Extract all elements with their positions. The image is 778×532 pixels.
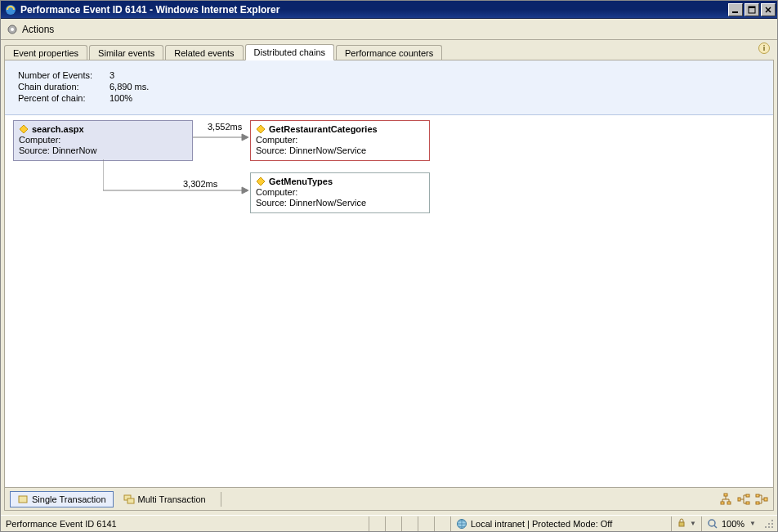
status-spacer [418, 516, 434, 531]
status-spacer [401, 516, 418, 531]
svg-rect-14 [19, 496, 27, 503]
multi-transaction-button[interactable]: Multi Transaction [117, 492, 212, 507]
svg-marker-8 [20, 125, 28, 133]
zoom-value: 100% [722, 519, 744, 529]
svg-rect-17 [724, 494, 727, 496]
svg-marker-12 [242, 134, 248, 141]
single-transaction-label: Single Transaction [32, 494, 106, 504]
node-source-label: Source: [256, 145, 287, 155]
status-zone-text: Local intranet | Protected Mode: Off [471, 519, 612, 529]
svg-marker-10 [257, 177, 265, 186]
node-computer-label: Computer: [256, 187, 297, 197]
svg-rect-16 [127, 498, 134, 503]
node-source-label: Source: [19, 145, 50, 155]
actions-label[interactable]: Actions [22, 24, 54, 35]
ie-icon [4, 3, 17, 16]
globe-icon [456, 518, 467, 530]
svg-point-28 [709, 520, 715, 526]
svg-rect-25 [764, 498, 767, 501]
tab-event-properties[interactable]: Event properties [4, 45, 87, 60]
svg-rect-23 [756, 494, 759, 497]
svg-marker-13 [242, 187, 248, 194]
summary-percent-value: 100% [110, 93, 132, 103]
dropdown-icon: ▼ [749, 520, 756, 527]
svg-point-5 [11, 28, 14, 31]
status-zoom[interactable]: 100% ▼ [701, 516, 761, 531]
chain-summary: Number of Events: 3 Chain duration: 6,89… [5, 60, 773, 115]
tree-layout-icon-1[interactable] [719, 493, 732, 506]
multi-transaction-label: Multi Transaction [138, 494, 206, 504]
tab-similar-events[interactable]: Similar events [89, 45, 163, 60]
resize-grip[interactable] [761, 516, 777, 531]
diagram-toolbar: Single Transaction Multi Transaction [5, 487, 773, 510]
svg-rect-27 [679, 522, 684, 526]
status-text: Performance Event ID 6141 [1, 516, 369, 531]
event-icon [256, 124, 266, 134]
chain-edge-2 [103, 159, 250, 200]
node-title: GetRestaurantCategories [269, 124, 378, 134]
help-icon[interactable]: i [758, 42, 771, 55]
node-source-label: Source: [256, 198, 287, 208]
tree-layout-icon-2[interactable] [737, 493, 750, 506]
tree-layout-icon-3[interactable] [755, 493, 768, 506]
svg-point-35 [771, 526, 773, 528]
summary-events-label: Number of Events: [18, 70, 110, 80]
svg-rect-1 [732, 11, 738, 13]
tab-distributed-chains[interactable]: Distributed chains [245, 44, 334, 60]
window-title: Performance Event ID 6141 - Windows Inte… [20, 4, 727, 16]
summary-events-value: 3 [110, 70, 114, 80]
content-panel: Number of Events: 3 Chain duration: 6,89… [4, 60, 774, 511]
svg-rect-21 [746, 494, 749, 497]
single-transaction-icon [17, 494, 29, 505]
close-button[interactable] [761, 3, 776, 16]
svg-point-31 [768, 523, 770, 525]
chain-edge-1-label: 3,552ms [208, 122, 242, 132]
svg-point-34 [768, 526, 770, 528]
actions-toolbar: Actions [1, 19, 777, 40]
window-titlebar: Performance Event ID 6141 - Windows Inte… [1, 1, 777, 19]
svg-rect-3 [749, 7, 755, 8]
status-lock-cell[interactable]: ▼ [671, 516, 701, 531]
window-controls [727, 3, 776, 16]
dropdown-icon: ▼ [690, 520, 696, 527]
chain-node-root[interactable]: search.aspx Computer: Source: DinnerNow [13, 120, 193, 161]
separator [221, 492, 221, 507]
chain-edge-2-label: 3,302ms [183, 179, 217, 189]
summary-duration-label: Chain duration: [18, 82, 110, 92]
chain-node-child1[interactable]: GetRestaurantCategories Computer: Source… [250, 120, 430, 161]
zoom-icon [707, 518, 718, 530]
svg-rect-18 [721, 502, 724, 504]
gear-icon [6, 23, 19, 36]
status-spacer [369, 516, 385, 531]
node-source-value: DinnerNow/Service [289, 198, 366, 208]
maximize-button[interactable] [744, 3, 759, 16]
svg-point-32 [771, 523, 773, 525]
node-source-value: DinnerNow/Service [289, 145, 366, 155]
tabstrip: Event properties Similar events Related … [1, 40, 777, 60]
tab-performance-counters[interactable]: Performance counters [336, 45, 442, 60]
summary-duration-value: 6,890 ms. [110, 82, 149, 92]
node-source-value: DinnerNow [52, 145, 96, 155]
svg-rect-20 [738, 498, 740, 501]
svg-marker-9 [257, 125, 265, 133]
svg-rect-22 [746, 502, 749, 504]
svg-rect-19 [727, 502, 731, 504]
status-zone[interactable]: Local intranet | Protected Mode: Off [450, 516, 671, 531]
chain-node-child2[interactable]: GetMenuTypes Computer: Source: DinnerNow… [250, 172, 430, 213]
minimize-button[interactable] [728, 3, 743, 16]
event-icon [256, 177, 266, 186]
summary-percent-label: Percent of chain: [18, 93, 110, 103]
svg-rect-24 [756, 502, 759, 504]
status-spacer [385, 516, 401, 531]
node-title: GetMenuTypes [269, 177, 333, 186]
status-spacer [434, 516, 450, 531]
chain-diagram: search.aspx Computer: Source: DinnerNow … [5, 115, 773, 442]
tab-related-events[interactable]: Related events [165, 45, 243, 60]
single-transaction-button[interactable]: Single Transaction [10, 491, 114, 507]
svg-line-29 [714, 525, 717, 528]
node-title: search.aspx [32, 124, 84, 134]
chain-edge-1 [193, 133, 250, 141]
lock-icon [677, 518, 688, 530]
event-icon [19, 124, 29, 134]
svg-text:i: i [763, 44, 766, 52]
